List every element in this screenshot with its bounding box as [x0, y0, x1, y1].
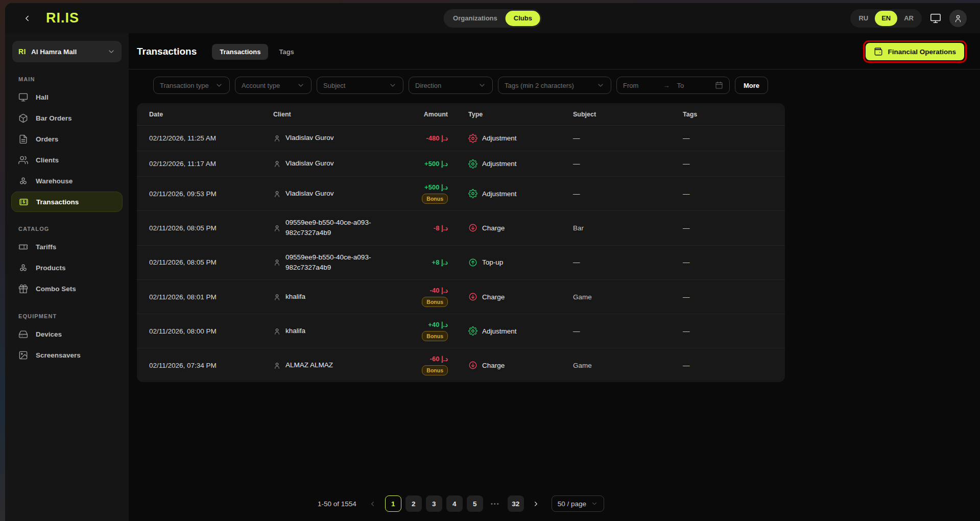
filter-placeholder: Transaction type — [160, 82, 209, 89]
cell-client: khalifa — [273, 326, 396, 336]
gear-icon — [468, 189, 477, 198]
sidebar-item-orders[interactable]: Orders — [5, 129, 129, 150]
filter-placeholder: Direction — [415, 82, 441, 89]
filter-select-direction[interactable]: Direction — [409, 77, 493, 94]
pagination-page-32[interactable]: 32 — [508, 495, 524, 512]
page-size-select[interactable]: 50 / page — [552, 495, 604, 512]
app-logo: RI.IS — [46, 10, 79, 26]
table-row[interactable]: 02/11/2026, 07:34 PMALMAZ ALMAZ-60 د.إBo… — [137, 348, 785, 382]
table-row[interactable]: 02/11/2026, 08:05 PM09559ee9-b550-40ce-a… — [137, 246, 785, 280]
client-name: Vladislav Gurov — [285, 158, 334, 169]
sidebar-item-tariffs[interactable]: Tariffs — [5, 236, 129, 257]
language-option-ru[interactable]: RU — [852, 11, 875, 26]
type-label: Top-up — [482, 258, 503, 266]
person-icon — [273, 362, 281, 369]
filter-select-account[interactable]: Account type — [235, 77, 312, 94]
cell-subject: Game — [573, 362, 683, 369]
cell-client: ALMAZ ALMAZ — [273, 360, 396, 370]
sidebar-item-products[interactable]: Products — [5, 257, 129, 278]
filter-select-tags[interactable]: Tags (min 2 characters) — [498, 77, 611, 94]
person-icon — [953, 14, 963, 23]
table-row[interactable]: 02/12/2026, 11:25 AMVladislav Gurov-480 … — [137, 126, 785, 151]
sidebar-item-transactions[interactable]: $Transactions — [11, 192, 123, 212]
context-option-clubs[interactable]: Clubs — [506, 11, 540, 26]
cell-date: 02/11/2026, 08:05 PM — [149, 224, 273, 232]
language-option-ar[interactable]: AR — [897, 11, 920, 26]
sidebar-item-bar-orders[interactable]: Bar Orders — [5, 108, 129, 129]
table-row[interactable]: 02/11/2026, 08:01 PMkhalifa-40 د.إBonusC… — [137, 280, 785, 314]
bonus-badge: Bonus — [422, 297, 448, 307]
app-window: RI.IS OrganizationsClubs RUENAR RI Al Ha… — [5, 3, 980, 521]
filter-select-subject[interactable]: Subject — [317, 77, 403, 94]
bonus-badge: Bonus — [422, 331, 448, 341]
cell-type: Charge — [448, 223, 573, 232]
person-icon — [273, 258, 281, 266]
display-button[interactable] — [930, 13, 941, 24]
profile-button[interactable] — [949, 10, 967, 27]
chevron-left-icon — [369, 500, 376, 508]
cell-type: Adjustment — [448, 326, 573, 336]
ticket-icon — [18, 242, 28, 252]
column-header-tags: Tags — [683, 111, 773, 118]
sidebar-item-hall[interactable]: Hall — [5, 87, 129, 108]
financial-operations-button[interactable]: Financial Operations — [866, 43, 964, 60]
table-row[interactable]: 02/11/2026, 09:53 PMVladislav Gurov+500 … — [137, 177, 785, 211]
language-option-en[interactable]: EN — [875, 11, 897, 26]
sidebar-item-label: Clients — [36, 156, 59, 164]
chevron-right-icon — [532, 500, 540, 508]
pagination-page-3[interactable]: 3 — [426, 495, 442, 512]
pagination-next-button[interactable] — [528, 495, 544, 512]
chevron-left-icon — [22, 14, 32, 23]
club-selector[interactable]: RI Al Hamra Mall — [12, 41, 122, 62]
tab-transactions[interactable]: Transactions — [212, 44, 268, 60]
filter-select-transaction[interactable]: Transaction type — [153, 77, 230, 94]
chevron-down-icon — [297, 81, 305, 89]
svg-text:$: $ — [22, 199, 25, 204]
sidebar-navigation: MAINHallBar OrdersOrdersClientsWarehouse… — [5, 76, 129, 366]
sidebar-item-label: Transactions — [36, 198, 79, 206]
type-label: Adjustment — [482, 327, 517, 335]
context-toggle: OrganizationsClubs — [443, 9, 542, 28]
amount-value: -8 د.إ — [434, 224, 448, 232]
pagination-page-1[interactable]: 1 — [385, 495, 401, 512]
person-icon — [273, 224, 281, 232]
amount-value: +8 د.إ — [432, 258, 448, 266]
sidebar-item-combo-sets[interactable]: Combo Sets — [5, 278, 129, 299]
date-from-placeholder: From — [623, 82, 661, 89]
pagination-page-2[interactable]: 2 — [405, 495, 422, 512]
pagination-prev-button[interactable] — [365, 495, 381, 512]
filter-date-range[interactable]: From→To — [616, 77, 730, 94]
cell-client: Vladislav Gurov — [273, 188, 396, 199]
pagination-ellipsis: ••• — [487, 501, 504, 507]
club-name: Al Hamra Mall — [31, 48, 102, 56]
cell-tags: — — [683, 327, 773, 335]
gear-icon — [468, 159, 477, 169]
pagination-page-5[interactable]: 5 — [467, 495, 483, 512]
pagination-page-4[interactable]: 4 — [446, 495, 463, 512]
more-filters-button[interactable]: More — [735, 77, 768, 94]
sidebar-item-clients[interactable]: Clients — [5, 150, 129, 171]
cell-tags: — — [683, 224, 773, 232]
type-label: Charge — [482, 224, 505, 232]
table-row[interactable]: 02/11/2026, 08:00 PMkhalifa+40 د.إBonusA… — [137, 314, 785, 348]
sidebar-item-label: Hall — [36, 93, 49, 101]
person-icon — [273, 293, 281, 301]
amount-value: +500 د.إ — [424, 183, 448, 191]
tab-tags[interactable]: Tags — [271, 44, 301, 60]
sidebar-item-label: Combo Sets — [36, 285, 76, 293]
bonus-badge: Bonus — [422, 365, 448, 375]
cell-client: Vladislav Gurov — [273, 133, 396, 143]
sidebar-item-devices[interactable]: Devices — [5, 324, 129, 345]
sidebar-item-warehouse[interactable]: Warehouse — [5, 171, 129, 192]
chevron-down-icon — [215, 81, 223, 89]
sidebar-item-screensavers[interactable]: Screensavers — [5, 345, 129, 366]
back-button[interactable] — [19, 11, 35, 26]
main-content: Transactions TransactionsTags Financial … — [129, 33, 980, 521]
table-row[interactable]: 02/11/2026, 08:05 PM09559ee9-b550-40ce-a… — [137, 211, 785, 246]
column-header-client: Client — [273, 111, 396, 118]
context-option-organizations[interactable]: Organizations — [445, 11, 506, 26]
sidebar-item-label: Orders — [36, 135, 58, 143]
cell-client: 09559ee9-b550-40ce-a093-982c7327a4b9 — [273, 252, 396, 273]
table-row[interactable]: 02/12/2026, 11:17 AMVladislav Gurov+500 … — [137, 151, 785, 177]
client-name: khalifa — [285, 326, 305, 336]
